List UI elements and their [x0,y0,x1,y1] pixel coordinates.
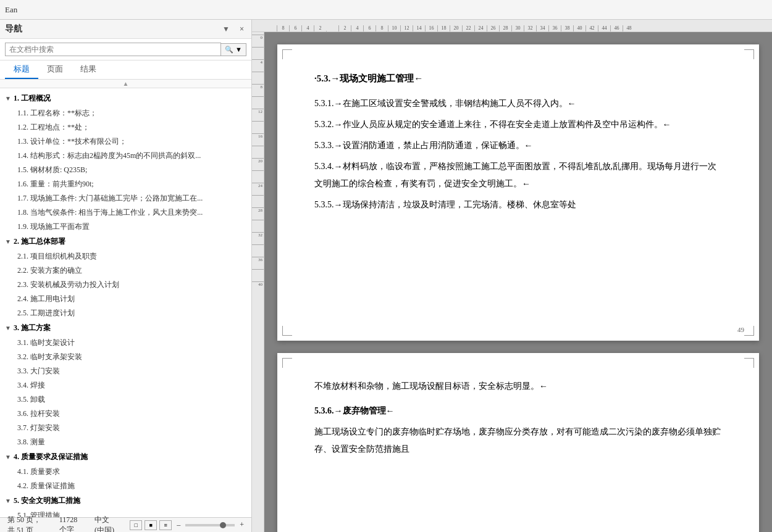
view-controls: □ ■ ≡ [130,520,172,530]
tree-section-1-label: 1. 工程概况 [14,93,51,104]
page2-para-3: 施工现场设立专门的废弃物临时贮存场地，废弃物应分类存放，对有可能造成二次污染的废… [314,423,722,458]
view-btn-3[interactable]: ≡ [159,520,172,530]
tree-children-1: 1.1. 工程名称：**标志； 1.2. 工程地点：**处； 1.3. 设计单位… [0,106,251,234]
page1-para-2: 5.3.2.→作业人员应从规定的安全通道上来往，不得在安全走道上放置构件及空中吊… [314,116,722,133]
page-info: 第 50 页，共 51 页 [7,515,47,533]
search-input[interactable] [5,43,221,56]
tree-section-1[interactable]: ▼ 1. 工程概况 [0,91,251,106]
language: 中文(中国) [94,515,117,533]
tree-item-3-3[interactable]: 3.3. 大门安装 [10,364,251,378]
tree-section-2[interactable]: ▼ 2. 施工总体部署 [0,234,251,249]
tree-children-3: 3.1. 临时支架设计 3.2. 临时支承架安装 3.3. 大门安装 3.4. … [0,336,251,449]
tree-item-3-2[interactable]: 3.2. 临时支承架安装 [10,350,251,364]
zoom-thumb [220,522,226,528]
nav-panel-header: 导航 ▼ × [0,20,251,39]
tree-item-2-2[interactable]: 2.2. 安装方案的确立 [10,264,251,278]
nav-panel: 导航 ▼ × 🔍 ▼ 标题 页面 结果 ▲ ▼ 1. 工程概况 [0,20,252,532]
tree-children-4: 4.1. 质量要求 4.2. 质量保证措施 [0,465,251,493]
zoom-plus[interactable]: + [240,520,244,530]
app-title: Ean [5,5,17,15]
page2-para-1: 不堆放材料和杂物，施工现场设醒目标语，安全标志明显。← [314,378,722,395]
tree-item-1-6[interactable]: 1.6. 重量：前共重约90t; [10,177,251,191]
nav-close-btn[interactable]: × [237,23,246,35]
ruler-top: 8642246810121416182022242628303234363840… [252,20,772,32]
top-bar: Ean [0,0,772,20]
tree-section-3[interactable]: ▼ 3. 施工方案 [0,320,251,336]
page2-corner-tr [744,358,754,368]
page1-heading: ·5.3.→现场文明施工管理← [314,69,722,88]
status-right: □ ■ ≡ – + [130,520,244,530]
tree-item-1-4[interactable]: 1.4. 结构形式：标志由2榀跨度为45m的不同拱高的斜双... [10,149,251,163]
tree-section-5-label: 5. 安全文明施工措施 [14,496,80,506]
tree-arrow-2: ▼ [5,238,11,245]
tree-section-3-label: 3. 施工方案 [14,323,51,333]
zoom-slider[interactable] [185,524,235,526]
tree-arrow-5: ▼ [5,497,11,504]
tab-headings[interactable]: 标题 [5,60,38,79]
tree-item-1-7[interactable]: 1.7. 现场施工条件: 大门基础施工完毕；公路加宽施工在... [10,191,251,206]
doc-page-2: 不堆放材料和杂物，施工现场设醒目标语，安全标志明显。← 5.3.6.→废弃物管理… [277,353,759,532]
tree-arrow-1: ▼ [5,95,11,102]
char-count: 11728 个字 [59,515,82,533]
tree-arrow-3: ▼ [5,325,11,331]
tab-pages[interactable]: 页面 [38,60,72,79]
tree-section-2-label: 2. 施工总体部署 [14,236,65,247]
tree-item-1-2[interactable]: 1.2. 工程地点：**处； [10,120,251,135]
nav-resize-handle[interactable]: ▲ [0,80,251,88]
tab-results[interactable]: 结果 [72,60,105,79]
nav-header-icons: ▼ × [220,23,246,35]
tree-children-2: 2.1. 项目组织机构及职责 2.2. 安装方案的确立 2.3. 安装机械及劳动… [0,249,251,320]
search-btn[interactable]: 🔍 ▼ [221,43,246,56]
tree-item-1-1[interactable]: 1.1. 工程名称：**标志； [10,106,251,120]
page-corner-bl [282,326,292,336]
tree-item-3-7[interactable]: 3.7. 灯架安装 [10,421,251,435]
doc-pages: ·5.3.→现场文明施工管理← 5.3.1.→在施工区域设置安全警戒线，非钢结构… [264,32,772,532]
page-corner-tl [282,49,292,59]
ruler-left: 0481216202428323640 [252,32,264,532]
nav-tabs: 标题 页面 结果 [0,60,251,80]
tree-item-3-4[interactable]: 3.4. 焊接 [10,378,251,393]
page1-para-4: 5.3.4.→材料码放，临设布置，严格按照施工施工总平面图放置，不得乱堆乱放,乱… [314,158,722,193]
tree-item-1-8[interactable]: 1.8. 当地气侯条件: 相当于海上施工作业，风大且来势突... [10,206,251,220]
doc-page-1: ·5.3.→现场文明施工管理← 5.3.1.→在施工区域设置安全警戒线，非钢结构… [277,44,759,341]
page1-content: ·5.3.→现场文明施工管理← 5.3.1.→在施工区域设置安全警戒线，非钢结构… [314,69,722,214]
page2-corner-tl [282,358,292,368]
page-corner-br [744,326,754,336]
tree-item-4-1[interactable]: 4.1. 质量要求 [10,465,251,479]
nav-tree: ▼ 1. 工程概况 1.1. 工程名称：**标志； 1.2. 工程地点：**处；… [0,88,251,517]
status-bar: 第 50 页，共 51 页 11728 个字 中文(中国) □ ■ ≡ – + [0,517,251,532]
view-btn-2[interactable]: ■ [145,520,157,530]
tree-item-1-9[interactable]: 1.9. 现场施工平面布置 [10,220,251,234]
zoom-minus[interactable]: – [177,520,180,530]
nav-dropdown-btn[interactable]: ▼ [220,23,232,35]
page1-para-1: 5.3.1.→在施工区域设置安全警戒线，非钢结构施工人员不得入内。← [314,95,722,112]
tree-item-2-1[interactable]: 2.1. 项目组织机构及职责 [10,249,251,264]
tree-item-1-5[interactable]: 1.5. 钢材材质: Q235B; [10,163,251,177]
tree-item-2-5[interactable]: 2.5. 工期进度计划 [10,306,251,320]
tree-item-3-5[interactable]: 3.5. 卸载 [10,393,251,407]
search-bar: 🔍 ▼ [0,39,251,60]
page1-para-3: 5.3.3.→设置消防通道，禁止占用消防通道，保证畅通。← [314,137,722,154]
tree-item-3-6[interactable]: 3.6. 拉杆安装 [10,407,251,421]
main-area: 导航 ▼ × 🔍 ▼ 标题 页面 结果 ▲ ▼ 1. 工程概况 [0,20,772,532]
tree-section-5[interactable]: ▼ 5. 安全文明施工措施 [0,493,251,509]
doc-scroll[interactable]: 0481216202428323640 ·5.3.→现场文明施工管理← 5.3.… [252,32,772,532]
page2-para-2: 5.3.6.→废弃物管理← [314,402,722,420]
tree-item-2-4[interactable]: 2.4. 施工用电计划 [10,292,251,306]
tree-arrow-4: ▼ [5,454,11,460]
tree-section-4[interactable]: ▼ 4. 质量要求及保证措施 [0,449,251,465]
page1-para-5: 5.3.5.→现场保持清洁，垃圾及时清理，工完场清。楼梯、休息室等处 [314,196,722,214]
page1-num: 49 [737,326,744,333]
view-btn-1[interactable]: □ [130,520,142,530]
tree-item-3-8[interactable]: 3.8. 测量 [10,435,251,449]
doc-area: 8642246810121416182022242628303234363840… [252,20,772,532]
page-corner-tr [744,49,754,59]
tree-item-2-3[interactable]: 2.3. 安装机械及劳动力投入计划 [10,278,251,292]
page2-content: 不堆放材料和杂物，施工现场设醒目标语，安全标志明显。← 5.3.6.→废弃物管理… [314,378,722,458]
nav-panel-title: 导航 [5,23,22,35]
tree-item-3-1[interactable]: 3.1. 临时支架设计 [10,336,251,350]
tree-section-4-label: 4. 质量要求及保证措施 [14,452,88,462]
tree-item-4-2[interactable]: 4.2. 质量保证措施 [10,479,251,493]
tree-item-1-3[interactable]: 1.3. 设计单位：**技术有限公司； [10,135,251,149]
ruler-marks: 8642246810121416182022242628303234363840… [277,25,635,31]
